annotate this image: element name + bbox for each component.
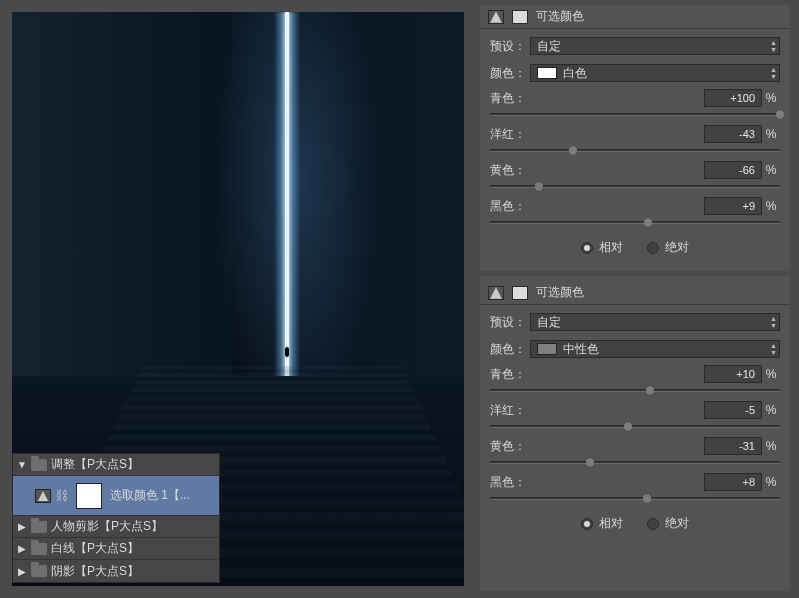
slider-rail — [490, 185, 780, 188]
layer-selective-color-1[interactable]: ⛓ 选取颜色 1【... — [13, 476, 219, 516]
slider-label: 黄色： — [490, 162, 704, 179]
slider-label: 黑色： — [490, 474, 704, 491]
folder-icon — [31, 543, 47, 555]
slider-rail — [490, 113, 780, 116]
slider-rail — [490, 425, 780, 428]
method-relative-radio[interactable]: 相对 — [581, 515, 623, 532]
slider-track[interactable] — [490, 109, 780, 121]
slider-value-input[interactable]: +10 — [704, 365, 762, 383]
disclosure-triangle-icon[interactable]: ▶ — [17, 521, 27, 532]
slider-track[interactable] — [490, 493, 780, 505]
radio-icon — [647, 242, 659, 254]
selective-color-icon — [488, 286, 504, 300]
percent-label: % — [762, 163, 780, 177]
percent-label: % — [762, 439, 780, 453]
layers-panel: ▼ 调整【P大点S】 ⛓ 选取颜色 1【... ▶ 人物剪影【P大点S】 ▶ 白… — [12, 453, 220, 583]
layer-group-label: 阴影【P大点S】 — [51, 563, 139, 580]
disclosure-triangle-icon[interactable]: ▶ — [17, 566, 27, 577]
panel-header: 可选颜色 — [480, 281, 790, 305]
slider-rail — [490, 497, 780, 500]
panel-header: 可选颜色 — [480, 5, 790, 29]
panel-title: 可选颜色 — [536, 8, 584, 25]
preset-label: 预设： — [490, 38, 530, 55]
slider-track[interactable] — [490, 145, 780, 157]
panel-divider — [480, 271, 790, 276]
percent-label: % — [762, 91, 780, 105]
link-icon[interactable]: ⛓ — [55, 488, 68, 503]
color-value: 中性色 — [563, 341, 599, 358]
slider-label: 黄色： — [490, 438, 704, 455]
layer-group-label: 调整【P大点S】 — [51, 456, 139, 473]
layer-group-adjustments[interactable]: ▼ 调整【P大点S】 — [13, 454, 219, 476]
preset-label: 预设： — [490, 314, 530, 331]
method-absolute-radio[interactable]: 绝对 — [647, 239, 689, 256]
slider-label: 青色： — [490, 90, 704, 107]
slider-value-input[interactable]: +9 — [704, 197, 762, 215]
slider-rail — [490, 389, 780, 392]
color-dropdown[interactable]: 中性色 ▲▼ — [530, 340, 780, 358]
percent-label: % — [762, 199, 780, 213]
percent-label: % — [762, 403, 780, 417]
disclosure-triangle-icon[interactable]: ▶ — [17, 543, 27, 554]
radio-label: 相对 — [599, 515, 623, 532]
slider-value-input[interactable]: -31 — [704, 437, 762, 455]
slider-track[interactable] — [490, 457, 780, 469]
preset-dropdown[interactable]: 自定 ▲▼ — [530, 313, 780, 331]
slider-value-input[interactable]: -5 — [704, 401, 762, 419]
mask-icon[interactable] — [512, 286, 528, 300]
method-absolute-radio[interactable]: 绝对 — [647, 515, 689, 532]
slider-row: 洋红：-43% — [490, 125, 780, 157]
radio-icon — [581, 518, 593, 530]
slider-row: 青色：+100% — [490, 89, 780, 121]
dropdown-arrows-icon: ▲▼ — [770, 341, 777, 357]
selective-color-panel-1: 可选颜色 预设： 自定 ▲▼ 颜色： 白色 ▲▼ 青色：+100%洋红：-43%… — [480, 5, 790, 266]
artwork-figure — [285, 347, 289, 357]
slider-track[interactable] — [490, 421, 780, 433]
disclosure-triangle-icon[interactable]: ▼ — [17, 459, 27, 470]
slider-value-input[interactable]: -43 — [704, 125, 762, 143]
properties-column: 可选颜色 预设： 自定 ▲▼ 颜色： 白色 ▲▼ 青色：+100%洋红：-43%… — [480, 5, 790, 591]
dropdown-arrows-icon: ▲▼ — [770, 314, 777, 330]
dropdown-arrows-icon: ▲▼ — [770, 38, 777, 54]
slider-label: 青色： — [490, 366, 704, 383]
selective-color-icon — [488, 10, 504, 24]
slider-value-input[interactable]: -66 — [704, 161, 762, 179]
layer-group-shadow[interactable]: ▶ 阴影【P大点S】 — [13, 560, 219, 582]
svg-marker-0 — [38, 491, 48, 501]
dropdown-arrows-icon: ▲▼ — [770, 65, 777, 81]
preset-dropdown[interactable]: 自定 ▲▼ — [530, 37, 780, 55]
slider-rail — [490, 149, 780, 152]
percent-label: % — [762, 127, 780, 141]
layer-group-label: 白线【P大点S】 — [51, 540, 139, 557]
slider-value-input[interactable]: +100 — [704, 89, 762, 107]
slider-rail — [490, 221, 780, 224]
folder-icon — [31, 459, 47, 471]
folder-icon — [31, 521, 47, 533]
slider-track[interactable] — [490, 181, 780, 193]
slider-value-input[interactable]: +8 — [704, 473, 762, 491]
layer-group-figure[interactable]: ▶ 人物剪影【P大点S】 — [13, 516, 219, 538]
radio-label: 相对 — [599, 239, 623, 256]
preset-value: 自定 — [537, 314, 561, 331]
slider-row: 洋红：-5% — [490, 401, 780, 433]
layer-label: 选取颜色 1【... — [110, 487, 190, 504]
radio-label: 绝对 — [665, 239, 689, 256]
layer-mask-thumb[interactable] — [76, 483, 102, 509]
layer-group-whiteline[interactable]: ▶ 白线【P大点S】 — [13, 538, 219, 560]
svg-marker-1 — [490, 11, 502, 23]
slider-label: 黑色： — [490, 198, 704, 215]
method-relative-radio[interactable]: 相对 — [581, 239, 623, 256]
color-dropdown[interactable]: 白色 ▲▼ — [530, 64, 780, 82]
radio-icon — [647, 518, 659, 530]
slider-row: 青色：+10% — [490, 365, 780, 397]
color-label: 颜色： — [490, 65, 530, 82]
mask-icon[interactable] — [512, 10, 528, 24]
color-value: 白色 — [563, 65, 587, 82]
slider-track[interactable] — [490, 385, 780, 397]
color-label: 颜色： — [490, 341, 530, 358]
preset-value: 自定 — [537, 38, 561, 55]
artwork-light-core — [285, 12, 289, 382]
color-swatch — [537, 343, 557, 355]
color-swatch — [537, 67, 557, 79]
slider-track[interactable] — [490, 217, 780, 229]
